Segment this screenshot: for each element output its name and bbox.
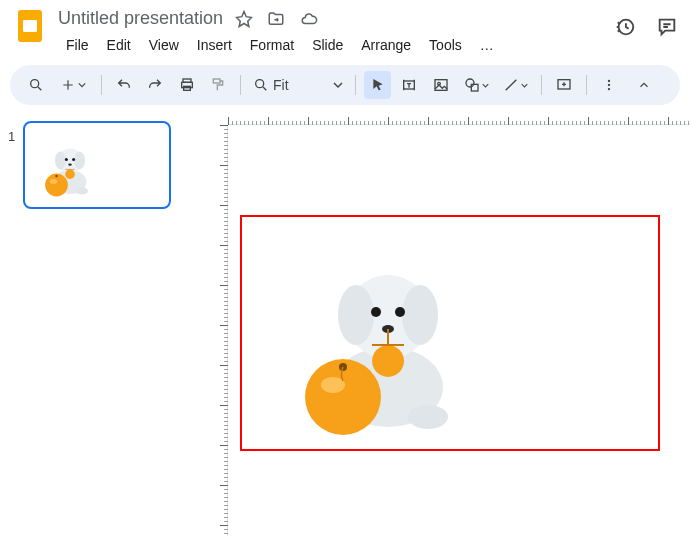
collapse-toolbar-button[interactable]	[630, 71, 658, 99]
comment-icon[interactable]	[656, 16, 678, 38]
menu-file[interactable]: File	[58, 33, 97, 57]
print-button[interactable]	[173, 71, 201, 99]
horizontal-ruler	[228, 109, 690, 125]
shape-tool[interactable]	[459, 71, 494, 99]
svg-point-34	[338, 285, 374, 345]
menu-more[interactable]: …	[472, 33, 502, 57]
app-header: Untitled presentation File Edit View Ins…	[0, 0, 690, 61]
svg-point-35	[402, 285, 438, 345]
menu-tools[interactable]: Tools	[421, 33, 470, 57]
menu-view[interactable]: View	[141, 33, 187, 57]
slide-canvas[interactable]	[240, 215, 660, 451]
select-tool[interactable]	[364, 71, 392, 99]
search-menus-button[interactable]	[22, 71, 50, 99]
svg-point-40	[321, 377, 345, 393]
svg-point-25	[72, 158, 75, 161]
move-to-folder-icon[interactable]	[267, 10, 285, 28]
svg-point-17	[607, 88, 609, 90]
zoom-control[interactable]: Fit	[249, 77, 347, 93]
svg-rect-6	[183, 86, 190, 90]
slide-thumbnail-row: 1	[8, 121, 202, 209]
svg-rect-10	[435, 80, 447, 91]
vertical-ruler	[210, 125, 228, 535]
svg-point-20	[76, 187, 88, 194]
menu-insert[interactable]: Insert	[189, 33, 240, 57]
more-tools-button[interactable]	[595, 71, 623, 99]
slide-thumbnail[interactable]	[23, 121, 171, 209]
svg-point-22	[55, 151, 66, 169]
slide-number: 1	[8, 129, 15, 144]
cloud-status-icon[interactable]	[299, 10, 319, 28]
svg-point-37	[395, 307, 405, 317]
svg-point-36	[371, 307, 381, 317]
canvas-area[interactable]	[210, 109, 690, 535]
menu-format[interactable]: Format	[242, 33, 302, 57]
svg-rect-1	[23, 20, 37, 32]
svg-rect-13	[471, 84, 478, 91]
menu-edit[interactable]: Edit	[99, 33, 139, 57]
slides-logo[interactable]	[12, 8, 48, 44]
title-area: Untitled presentation File Edit View Ins…	[58, 8, 614, 57]
undo-button[interactable]	[110, 71, 138, 99]
zoom-label: Fit	[273, 77, 297, 93]
line-tool[interactable]	[498, 71, 533, 99]
image-tool[interactable]	[427, 71, 455, 99]
svg-point-28	[50, 179, 57, 184]
svg-point-29	[56, 175, 58, 177]
star-icon[interactable]	[235, 10, 253, 28]
toolbar: Fit	[10, 65, 680, 105]
slide-image[interactable]	[288, 237, 488, 437]
svg-point-24	[65, 158, 68, 161]
header-actions	[614, 8, 678, 38]
slide-panel: 1	[0, 109, 210, 535]
workspace: 1	[0, 109, 690, 535]
svg-point-12	[466, 79, 474, 87]
menu-slide[interactable]: Slide	[304, 33, 351, 57]
svg-point-3	[30, 80, 38, 88]
history-icon[interactable]	[614, 16, 636, 38]
svg-point-26	[68, 163, 72, 165]
add-comment-button[interactable]	[550, 71, 578, 99]
paint-format-button[interactable]	[204, 71, 232, 99]
menu-bar: File Edit View Insert Format Slide Arran…	[58, 33, 614, 57]
svg-point-32	[408, 405, 448, 429]
svg-point-23	[74, 151, 85, 169]
svg-point-15	[607, 80, 609, 82]
svg-point-8	[256, 80, 264, 88]
document-title[interactable]: Untitled presentation	[58, 8, 223, 29]
svg-point-16	[607, 84, 609, 86]
menu-arrange[interactable]: Arrange	[353, 33, 419, 57]
new-slide-button[interactable]	[54, 71, 93, 99]
svg-rect-7	[214, 79, 221, 83]
textbox-tool[interactable]	[395, 71, 423, 99]
redo-button[interactable]	[141, 71, 169, 99]
